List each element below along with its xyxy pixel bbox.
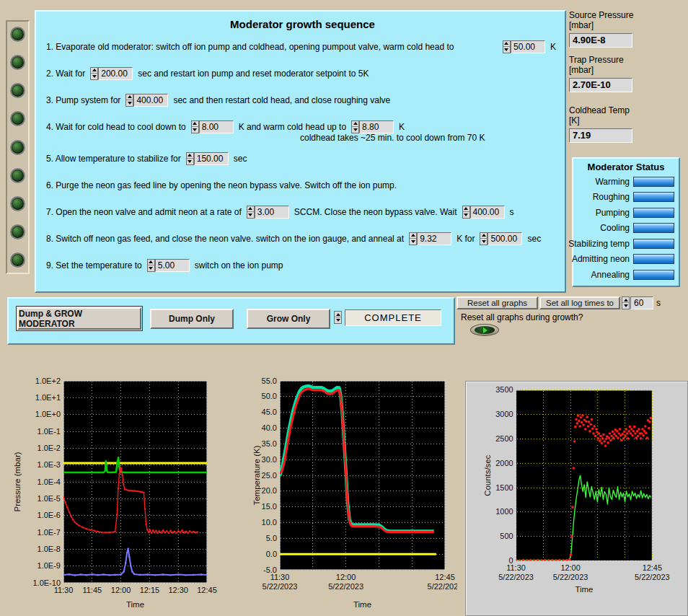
decrement-arrow-icon[interactable]	[480, 239, 487, 245]
numeric-control[interactable]: 8.00	[191, 120, 234, 133]
step-led	[10, 55, 25, 70]
svg-text:12:00: 12:00	[111, 586, 131, 594]
numeric-value[interactable]: 200.00	[98, 67, 133, 80]
increment-arrow-icon[interactable]	[622, 297, 629, 303]
numeric-value[interactable]: 9.32	[417, 232, 451, 245]
svg-text:12:45: 12:45	[643, 563, 662, 572]
numeric-control[interactable]: 8.80	[351, 120, 394, 133]
numeric-value[interactable]: 400.00	[133, 94, 168, 107]
step-led	[10, 111, 25, 126]
decrement-arrow-icon[interactable]	[187, 159, 193, 164]
numeric-value[interactable]: 400.00	[470, 206, 505, 219]
numeric-spinner[interactable]	[147, 259, 155, 272]
numeric-value[interactable]: 500.00	[488, 232, 522, 245]
reset-all-graphs-button[interactable]: Reset all graphs	[457, 296, 538, 309]
decrement-arrow-icon[interactable]	[192, 127, 198, 133]
numeric-value[interactable]: 150.00	[194, 152, 229, 165]
status-bar-indicator	[633, 270, 674, 280]
sequence-state-display[interactable]: COMPLETE	[345, 309, 441, 326]
log-time-spinner[interactable]	[622, 296, 630, 309]
step-6: 6. Purge the neon gas feed line by openi…	[46, 172, 559, 198]
decrement-arrow-icon[interactable]	[335, 317, 341, 323]
svg-text:10.0: 10.0	[262, 518, 277, 527]
status-bar-indicator	[633, 239, 674, 249]
numeric-control[interactable]: 400.00	[125, 94, 168, 107]
numeric-spinner[interactable]	[90, 67, 98, 80]
numeric-value[interactable]: 5.00	[155, 259, 190, 272]
step-text: K	[550, 42, 556, 52]
numeric-value[interactable]: 8.80	[359, 120, 394, 133]
step-text: 1. Evaporate old moderator: switch off i…	[46, 42, 454, 52]
increment-arrow-icon[interactable]	[148, 260, 154, 265]
increment-arrow-icon[interactable]	[410, 233, 416, 239]
decrement-arrow-icon[interactable]	[463, 212, 469, 218]
numeric-control[interactable]: 200.00	[90, 67, 133, 80]
dump-only-button[interactable]: Dump Only	[150, 309, 234, 329]
numeric-spinner[interactable]	[247, 206, 255, 219]
increment-arrow-icon[interactable]	[480, 233, 487, 239]
numeric-control[interactable]: 150.00	[186, 152, 229, 165]
increment-arrow-icon[interactable]	[335, 312, 341, 317]
numeric-value[interactable]: 8.00	[199, 120, 234, 133]
decrement-arrow-icon[interactable]	[91, 74, 97, 79]
increment-arrow-icon[interactable]	[463, 206, 469, 212]
numeric-spinner[interactable]	[191, 120, 199, 133]
numeric-spinner[interactable]	[186, 152, 194, 165]
decrement-arrow-icon[interactable]	[410, 239, 416, 245]
increment-arrow-icon[interactable]	[91, 68, 97, 74]
dump-and-grow-button[interactable]: Dump & GROW MODERATOR	[17, 307, 141, 330]
numeric-spinner[interactable]	[409, 232, 417, 245]
decrement-arrow-icon[interactable]	[622, 303, 629, 309]
panel-title: Moderator growth sequence	[46, 14, 559, 33]
log-time-value[interactable]: 60	[630, 296, 653, 309]
numeric-control[interactable]: 400.00	[462, 206, 505, 219]
numeric-spinner[interactable]	[503, 40, 511, 53]
increment-arrow-icon[interactable]	[187, 153, 193, 159]
svg-text:11:45: 11:45	[82, 586, 102, 594]
numeric-control[interactable]: 9.32	[409, 232, 451, 245]
svg-text:1.0E-6: 1.0E-6	[38, 511, 61, 519]
step-5: 5. Allow temperature to stabilize for150…	[46, 145, 559, 172]
svg-text:1000: 1000	[495, 507, 513, 516]
numeric-control[interactable]: 50.00	[503, 40, 545, 53]
numeric-spinner[interactable]	[351, 120, 359, 133]
decrement-arrow-icon[interactable]	[126, 100, 133, 106]
decrement-arrow-icon[interactable]	[247, 212, 254, 218]
increment-arrow-icon[interactable]	[126, 94, 133, 100]
numeric-control[interactable]: 3.00	[247, 206, 289, 219]
step-text: sec and then restart cold head, and clos…	[173, 95, 390, 105]
svg-text:12:30: 12:30	[168, 586, 188, 594]
svg-text:Pressure (mbar): Pressure (mbar)	[13, 452, 22, 511]
set-log-times-button[interactable]: Set all log times to	[539, 296, 620, 309]
status-row-warming: Warming	[573, 174, 679, 190]
numeric-spinner[interactable]	[125, 94, 133, 107]
step-text: 4. Wait for cold head to cool down to	[46, 122, 186, 132]
grow-only-button[interactable]: Grow Only	[247, 309, 330, 329]
step-9: 9. Set the temperature to5.00switch on t…	[46, 252, 559, 278]
step-led	[10, 83, 25, 98]
decrement-arrow-icon[interactable]	[148, 265, 154, 271]
step-text: 5. Allow temperature to stabilize for	[46, 154, 181, 164]
numeric-control[interactable]: 500.00	[480, 232, 522, 245]
svg-text:55.0: 55.0	[262, 377, 277, 385]
numeric-spinner[interactable]	[480, 232, 488, 245]
reset-during-growth-toggle[interactable]	[470, 324, 499, 336]
state-ring-spinner[interactable]	[334, 311, 342, 324]
increment-arrow-icon[interactable]	[247, 206, 254, 212]
numeric-spinner[interactable]	[462, 206, 470, 219]
svg-text:1.0E+2: 1.0E+2	[35, 377, 61, 385]
readout-unit: [K]	[569, 115, 684, 126]
status-row-cooling: Cooling	[573, 221, 679, 237]
svg-text:Time: Time	[126, 600, 144, 609]
svg-text:35.0: 35.0	[262, 439, 277, 448]
step-7: 7. Open the neon valve and admit neon at…	[46, 198, 559, 225]
numeric-value[interactable]: 50.00	[511, 40, 545, 53]
increment-arrow-icon[interactable]	[352, 121, 358, 127]
numeric-value[interactable]: 3.00	[255, 206, 289, 219]
decrement-arrow-icon[interactable]	[503, 47, 510, 53]
numeric-control[interactable]: 5.00	[147, 259, 190, 272]
increment-arrow-icon[interactable]	[192, 121, 198, 127]
decrement-arrow-icon[interactable]	[352, 127, 358, 133]
step-led-column	[6, 20, 30, 274]
increment-arrow-icon[interactable]	[503, 41, 510, 47]
